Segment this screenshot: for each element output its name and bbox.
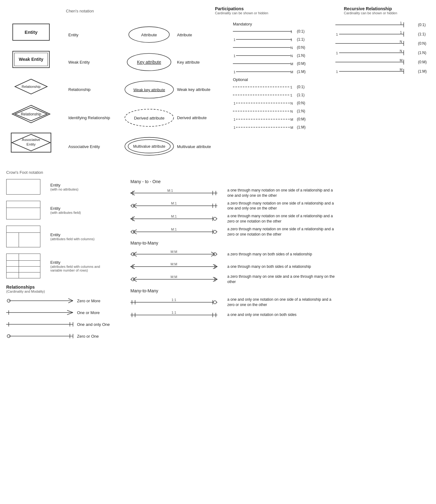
cf-entity-plain-row: Entity (with no attributes) [6, 179, 118, 195]
relationship-shape: Relationship [6, 78, 56, 95]
derived-attr-svg: Derived attribute [124, 108, 175, 128]
svg-text:1: 1 [234, 54, 235, 58]
mm-desc-1: a zero through many on both sides of a r… [227, 252, 312, 257]
cf-entity-attrs-shape [6, 201, 40, 219]
cf-entity-varrows-row: Entity (attributes field with columns an… [6, 254, 118, 278]
11-row-2: 1:1 a one and only one notation on both … [130, 310, 430, 320]
svg-text:Relationship: Relationship [22, 85, 41, 88]
svg-line-128 [213, 267, 217, 269]
many-to-many-label2: Many-to-Many [130, 288, 430, 293]
svg-text:N: N [290, 101, 293, 105]
svg-line-89 [130, 193, 135, 195]
optional-row-1: 1 (0:1) [233, 84, 329, 90]
participations-subtitle: Cardinality can be shown or hidden [215, 11, 344, 15]
svg-text:Multivalue attribute: Multivalue attribute [133, 144, 165, 149]
recursive-notation-3: (0:N) [418, 41, 426, 46]
svg-text:1: 1 [400, 30, 402, 34]
one-or-more-svg [6, 308, 75, 317]
svg-text:M:M: M:M [170, 275, 177, 279]
svg-text:M: M [400, 68, 402, 71]
cf-entity-attrs-label: Entity (with attributes field) [50, 206, 81, 214]
cf-entity-plain-shape [6, 179, 40, 195]
svg-text:Relationship: Relationship [21, 112, 41, 116]
optional-line-3-svg: 1 N [233, 100, 295, 106]
m1-row4-svg: M:1 [130, 227, 224, 237]
recursive-notation-5: (0:M) [418, 60, 427, 64]
recursive-subtitle: Cardinality can be shown or hidden [344, 11, 430, 15]
recursive-line-3-svg: N [335, 40, 416, 47]
svg-text:M:1: M:1 [171, 227, 177, 231]
optional-row-3: 1 N (0:N) [233, 100, 329, 106]
recursive-notation-2: (1:1) [418, 32, 426, 36]
crows-notation-title: Crow's Foot notation [6, 170, 430, 175]
svg-text:M: M [290, 126, 293, 129]
cf-entity-cols-shape [6, 226, 40, 247]
crows-main-row: Entity (with no attributes) Entity (with… [6, 179, 430, 344]
optional-notation-3: (0:N) [297, 101, 305, 105]
key-attribute-label: Key attribute [177, 48, 227, 76]
crows-entities-section: Entity (with no attributes) Entity (with… [6, 179, 118, 344]
cf-entity-cols-label: Entity (attributes field with columns) [50, 232, 94, 241]
attribute-ellipse-svg: Attribute [127, 26, 171, 44]
svg-text:1: 1 [234, 118, 235, 121]
11-row2-svg: 1:1 [130, 310, 224, 320]
mandatory-line-3-svg: N [233, 44, 295, 51]
svg-text:Attribute: Attribute [141, 33, 157, 37]
mm-row-3: M:M a zero through many on one side and … [130, 274, 430, 285]
one-and-only-one-row: One and only One [6, 320, 118, 329]
11-desc-2: a one and only one notation on both side… [227, 312, 297, 317]
svg-text:Key attribute: Key attribute [137, 60, 161, 65]
rel-card-subtitle: (Cardinality and Modality) [6, 290, 118, 293]
svg-point-112 [213, 230, 216, 233]
optional-group-label: Optional [233, 77, 329, 82]
mandatory-line-2-svg: 1 1 [233, 36, 295, 43]
optional-line-5-svg: 1 M [233, 116, 295, 122]
mandatory-notation-1: (0:1) [297, 29, 305, 34]
svg-text:1: 1 [290, 93, 292, 97]
svg-point-105 [213, 217, 216, 220]
recursive-line-5-svg: M [335, 58, 416, 66]
m1-row1-svg: M:1 [130, 188, 224, 198]
11-desc-1: a one and only one notation on one side … [227, 297, 339, 308]
m1-desc-3: a one through many notation on one side … [227, 214, 339, 224]
optional-row-6: 1 M (1:M) [233, 124, 329, 130]
associative-entity-label: Associative Entity [68, 133, 121, 160]
mandatory-row-1: 1 (0:1) [233, 28, 329, 34]
relationships-card-section: Relationships (Cardinality and Modality)… [6, 285, 118, 340]
mandatory-row-6: 1 M (1:M) [233, 69, 329, 75]
svg-text:Weak key attribute: Weak key attribute [133, 88, 165, 92]
mandatory-notation-2: (1:1) [297, 37, 305, 42]
mm-row3-svg: M:M [130, 274, 224, 284]
svg-text:1: 1 [290, 38, 292, 42]
svg-text:N: N [290, 110, 293, 113]
attribute-label: Attribute [177, 21, 227, 48]
zero-or-one-svg [6, 332, 75, 340]
svg-line-127 [213, 264, 217, 267]
cf-entity-varrows-label: Entity (attributes field with columns an… [50, 260, 100, 272]
mandatory-notation-4: (1:N) [297, 53, 305, 58]
svg-text:1: 1 [336, 70, 338, 74]
weak-entity-row: Weak Entity [6, 48, 68, 70]
top-headers: Chen's notation Participations Cardinali… [6, 6, 430, 15]
m1-row-3: M:1 a one through many notation on one s… [130, 214, 430, 224]
recursive-column: 1 (0:1) 1 1 (1:1) N [329, 21, 429, 161]
identifying-relationship-row: Relationship [6, 103, 68, 125]
one-or-more-label: One or More [77, 310, 100, 315]
svg-point-142 [213, 301, 216, 304]
m1-row2-svg: M:1 [130, 201, 224, 211]
svg-line-74 [68, 301, 73, 303]
svg-text:Entity: Entity [26, 142, 35, 146]
svg-line-102 [130, 217, 135, 219]
cf-entity-plain-label: Entity (with no attributes) [50, 183, 78, 191]
recursive-row-5: M (0:M) [335, 58, 429, 66]
zero-or-one-label: Zero or One [77, 334, 99, 339]
mandatory-row-3: N (0:N) [233, 44, 329, 51]
svg-text:1: 1 [336, 33, 338, 36]
optional-line-4-svg: N [233, 108, 295, 114]
weak-entity-shape: Weak Entity [6, 51, 56, 68]
rel-card-title: Relationships [6, 285, 118, 290]
mandatory-row-2: 1 1 (1:1) [233, 36, 329, 43]
mandatory-group-label: Mandatory [233, 22, 329, 26]
one-only-one-svg [6, 320, 75, 329]
identifying-rel-label: Identifying Relationship [68, 103, 121, 133]
